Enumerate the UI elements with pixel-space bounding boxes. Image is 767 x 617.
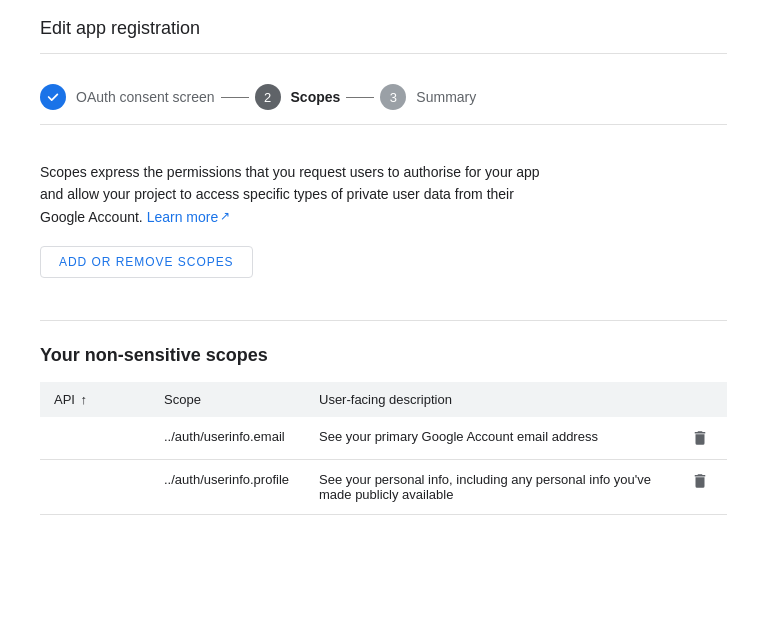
step-oauth: OAuth consent screen <box>40 84 215 110</box>
table-header-row: API ↑ Scope User-facing description <box>40 382 727 417</box>
desc-value-1: See your primary Google Account email ad… <box>319 429 598 444</box>
scopes-table: API ↑ Scope User-facing description <box>40 382 727 515</box>
step-label-scopes: Scopes <box>291 89 341 105</box>
step-number-summary: 3 <box>390 90 397 105</box>
cell-desc-2: See your personal info, including any pe… <box>305 460 673 515</box>
th-scope: Scope <box>150 382 305 417</box>
scope-value-1: ../auth/userinfo.email <box>164 429 285 444</box>
section-divider <box>40 320 727 321</box>
learn-more-link[interactable]: Learn more ↗ <box>147 206 231 228</box>
learn-more-label: Learn more <box>147 206 219 228</box>
sort-up-icon[interactable]: ↑ <box>81 392 88 407</box>
th-api[interactable]: API ↑ <box>40 382 150 417</box>
description-text: Scopes express the permissions that you … <box>40 161 560 228</box>
step-number-scopes: 2 <box>264 90 271 105</box>
cell-action-1 <box>673 417 727 460</box>
stepper-divider <box>40 124 727 125</box>
step-circle-oauth <box>40 84 66 110</box>
trash-icon-1 <box>691 429 709 447</box>
th-scope-label: Scope <box>164 392 201 407</box>
connector-2 <box>346 97 374 98</box>
th-description-label: User-facing description <box>319 392 452 407</box>
cell-scope-1: ../auth/userinfo.email <box>150 417 305 460</box>
description-section: Scopes express the permissions that you … <box>40 141 727 296</box>
cell-scope-2: ../auth/userinfo.profile <box>150 460 305 515</box>
th-description: User-facing description <box>305 382 673 417</box>
external-link-icon: ↗ <box>220 207 230 226</box>
th-action <box>673 382 727 417</box>
cell-api-1 <box>40 417 150 460</box>
delete-button-1[interactable] <box>687 429 713 447</box>
section-title: Your non-sensitive scopes <box>40 345 727 366</box>
scopes-section: Your non-sensitive scopes API ↑ Scope Us… <box>40 296 727 515</box>
step-label-summary: Summary <box>416 89 476 105</box>
table-row: ../auth/userinfo.email See your primary … <box>40 417 727 460</box>
scope-value-2: ../auth/userinfo.profile <box>164 472 289 487</box>
add-scopes-button[interactable]: ADD OR REMOVE SCOPES <box>40 246 253 278</box>
step-circle-scopes: 2 <box>255 84 281 110</box>
table-row: ../auth/userinfo.profile See your person… <box>40 460 727 515</box>
top-divider <box>40 53 727 54</box>
stepper: OAuth consent screen 2 Scopes 3 Summary <box>40 70 727 124</box>
cell-desc-1: See your primary Google Account email ad… <box>305 417 673 460</box>
cell-api-2 <box>40 460 150 515</box>
trash-icon-2 <box>691 472 709 490</box>
step-circle-summary: 3 <box>380 84 406 110</box>
connector-1 <box>221 97 249 98</box>
page-title: Edit app registration <box>40 10 727 53</box>
th-api-label: API <box>54 392 75 407</box>
desc-value-2: See your personal info, including any pe… <box>319 472 651 502</box>
step-label-oauth: OAuth consent screen <box>76 89 215 105</box>
page-container: Edit app registration OAuth consent scre… <box>0 0 767 535</box>
step-scopes: 2 Scopes <box>255 84 341 110</box>
cell-action-2 <box>673 460 727 515</box>
description-body: Scopes express the permissions that you … <box>40 164 540 225</box>
delete-button-2[interactable] <box>687 472 713 490</box>
check-icon <box>46 90 60 104</box>
step-summary: 3 Summary <box>380 84 476 110</box>
